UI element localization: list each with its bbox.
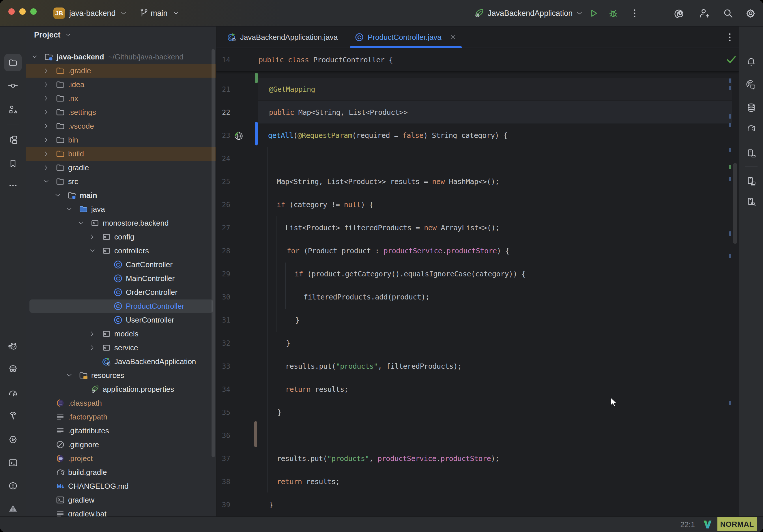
code-line-26[interactable]: if (category != null) { — [277, 193, 374, 216]
tab-JavaBackendApplication.java[interactable]: JavaBackendApplication.java — [222, 27, 342, 48]
line-number-38[interactable]: 38 — [216, 470, 230, 493]
commit-icon[interactable] — [8, 81, 18, 91]
tree-row-config[interactable]: config — [26, 230, 216, 244]
tree-row-.gradle[interactable]: .gradle — [26, 64, 216, 78]
chevron-right-icon[interactable] — [43, 137, 49, 143]
warnings-icon[interactable] — [8, 503, 18, 513]
line-number-35[interactable]: 35 — [216, 401, 230, 424]
more-icon[interactable] — [724, 32, 735, 44]
rest-endpoint-globe-icon[interactable] — [233, 130, 244, 141]
tree-row-.nx[interactable]: .nx — [26, 91, 216, 105]
tree-row-.vscode[interactable]: .vscode — [26, 119, 216, 133]
code-line-22[interactable]: public Map<String, List<Product>> — [269, 101, 407, 124]
code-viewport[interactable]: 21@GetMapping22public Map<String, List<P… — [216, 72, 739, 516]
inspections-ok-checkmark-icon[interactable] — [725, 53, 737, 66]
tree-row-build[interactable]: build — [26, 147, 216, 161]
chevron-down-icon[interactable] — [89, 248, 95, 254]
line-number-29[interactable]: 29 — [216, 263, 230, 286]
vim-mode-badge[interactable]: NORMAL — [717, 517, 757, 531]
running-devices-icon[interactable] — [746, 176, 756, 186]
chevron-right-icon[interactable] — [43, 123, 49, 129]
code-line-38[interactable]: return results; — [277, 470, 340, 493]
line-number-37[interactable]: 37 — [216, 447, 230, 470]
chevron-right-icon[interactable] — [43, 109, 49, 115]
tree-row-src[interactable]: src — [26, 174, 216, 188]
chevron-right-icon[interactable] — [43, 68, 49, 73]
chevron-down-icon[interactable] — [66, 206, 72, 212]
tree-row-CartController[interactable]: CCartController — [26, 258, 216, 271]
chevron-down-icon[interactable] — [32, 54, 38, 60]
chevron-right-icon[interactable] — [89, 234, 95, 240]
line-number-22[interactable]: 22 — [216, 101, 230, 124]
tree-row-.project[interactable]: .project — [26, 452, 216, 465]
problems-icon[interactable] — [8, 481, 18, 491]
tree-row-controllers[interactable]: controllers — [26, 244, 216, 258]
debug-icon[interactable] — [608, 8, 619, 20]
gradle-icon[interactable] — [746, 123, 756, 133]
device-explorer-search-icon[interactable] — [746, 197, 756, 207]
tree-row-java-backend[interactable]: java-backend~/Github/java-backend — [26, 50, 216, 64]
code-line-30[interactable]: filteredProducts.add(product); — [304, 286, 430, 309]
line-number-31[interactable]: 31 — [216, 309, 230, 332]
code-line-23[interactable]: getAll(@RequestParam(required = false) S… — [268, 124, 507, 147]
device-manager-android-icon[interactable] — [746, 149, 756, 159]
incognito-icon[interactable] — [8, 364, 18, 373]
tree-row-service[interactable]: service — [26, 341, 216, 355]
tab-ProductController.java[interactable]: CProductController.java — [350, 27, 462, 48]
code-line-39[interactable]: } — [269, 493, 273, 516]
code-line-29[interactable]: if (product.getCategory().equalsIgnoreCa… — [295, 263, 525, 286]
tree-row-gradle[interactable]: gradle — [26, 161, 216, 174]
code-line-37[interactable]: results.put("products", productService.p… — [277, 447, 499, 470]
line-number-34[interactable]: 34 — [216, 378, 230, 401]
tree-row-MainController[interactable]: CMainController — [26, 271, 216, 285]
run-icon[interactable] — [588, 8, 599, 20]
sticky-line[interactable]: 14 public class ProductController { — [216, 49, 739, 71]
tree-row-gradlew[interactable]: gradlew — [26, 493, 216, 507]
tree-row-.idea[interactable]: .idea — [26, 78, 216, 91]
tree-row-UserController[interactable]: CUserController — [26, 313, 216, 327]
chevron-right-icon[interactable] — [43, 95, 49, 101]
structure-icon[interactable] — [8, 105, 18, 115]
notifications-bell-icon[interactable] — [746, 57, 756, 67]
tree-row-CHANGELOG.md[interactable]: MCHANGELOG.md — [26, 479, 216, 493]
database-icon[interactable] — [746, 103, 756, 113]
modules-icon[interactable] — [8, 135, 18, 145]
line-number-36[interactable]: 36 — [216, 424, 230, 447]
tree-row-OrderController[interactable]: COrderController — [26, 285, 216, 299]
chevron-right-icon[interactable] — [89, 331, 95, 337]
chevron-down-icon[interactable] — [78, 220, 84, 226]
project-selector[interactable]: java-backend — [69, 0, 116, 27]
tree-row-main[interactable]: main — [26, 188, 216, 202]
branch-selector[interactable]: main — [151, 0, 168, 27]
chevron-down-icon[interactable] — [66, 372, 72, 378]
tree-row-JavaBackendApplication[interactable]: JavaBackendApplication — [26, 355, 216, 369]
profiler-gauge-icon[interactable] — [8, 388, 18, 398]
tree-row-.factorypath[interactable]: .factorypath — [26, 410, 216, 424]
tree-row-models[interactable]: models — [26, 327, 216, 341]
line-number-28[interactable]: 28 — [216, 240, 230, 263]
code-line-25[interactable]: Map<String, List<Product>> results = new… — [277, 170, 499, 193]
more-tool-windows-icon[interactable] — [8, 181, 18, 190]
settings-icon[interactable] — [745, 8, 756, 20]
zoom-window-button[interactable] — [30, 8, 37, 15]
run-configuration-selector[interactable]: JavaBackendApplication — [488, 0, 573, 27]
tree-row-.gitignore[interactable]: .gitignore — [26, 438, 216, 452]
line-number-21[interactable]: 21 — [216, 78, 230, 101]
chevron-right-icon[interactable] — [89, 345, 95, 351]
bookmarks-icon[interactable] — [8, 159, 18, 168]
tree-row-build.gradle[interactable]: build.gradle — [26, 465, 216, 479]
code-line-28[interactable]: for (Product product : productService.pr… — [287, 240, 509, 263]
chevron-down-icon[interactable] — [55, 192, 60, 198]
line-number-23[interactable]: 23 — [216, 124, 230, 147]
close-window-button[interactable] — [8, 8, 15, 15]
line-number-27[interactable]: 27 — [216, 216, 230, 240]
chevron-right-icon[interactable] — [43, 151, 49, 157]
editor-scrollbar[interactable] — [733, 163, 737, 244]
tree-row-bin[interactable]: bin — [26, 133, 216, 147]
speedy-cat-icon[interactable] — [8, 342, 18, 351]
ai-assistant-chat-icon[interactable] — [746, 80, 756, 90]
tree-row-java[interactable]: java — [26, 202, 216, 216]
tree-row-application.properties[interactable]: application.properties — [26, 382, 216, 396]
line-number-26[interactable]: 26 — [216, 193, 230, 216]
ideavim-icon[interactable] — [703, 519, 713, 531]
